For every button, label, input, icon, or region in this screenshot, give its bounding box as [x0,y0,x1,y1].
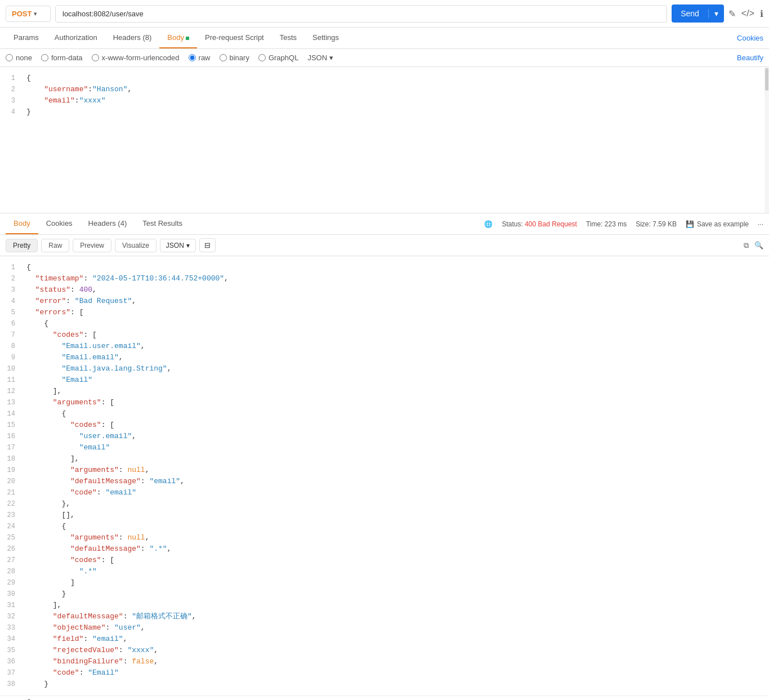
response-toolbar: Pretty Raw Preview Visualize JSON ▾ ⊟ ⧉ … [0,235,769,256]
resp-line-15: "codes": [ [26,420,769,431]
beautify-button[interactable]: Beautify [737,53,763,62]
resp-line-32: "defaultMessage": "邮箱格式不正确", [26,611,769,622]
resp-tab-cookies[interactable]: Cookies [38,213,81,234]
resp-line-4: "error": "Bad Request", [26,296,769,307]
tab-body[interactable]: Body [159,28,197,48]
resp-line-18: ], [26,453,769,465]
tab-headers[interactable]: Headers (8) [105,28,160,48]
resp-line-9: "Email.email", [26,352,769,363]
request-tabs: Params Authorization Headers (8) Body Pr… [0,28,769,49]
cookies-link[interactable]: Cookies [737,34,763,42]
method-select[interactable]: POST ▾ [6,6,51,22]
status-label: Status: 400 Bad Request [502,220,576,228]
resp-line-29: ] [26,577,769,588]
response-tabs: Body Cookies Headers (4) Test Results [6,213,190,234]
resp-line-2: "timestamp": "2024-05-17T10:36:44.752+00… [26,273,769,284]
req-scrollbar-thumb [765,68,768,91]
resp-line-16: "user.email", [26,431,769,442]
size-value: 7.59 KB [652,220,677,228]
resp-right-icons: ⧉ 🔍 [744,241,763,250]
filter-icon[interactable]: ⊟ [199,238,216,252]
status-code: 400 Bad Request [525,220,577,228]
code-icon[interactable]: </> [741,8,754,19]
right-icons: ✎ </> ℹ [728,8,763,19]
resp-line-7: "codes": [ [26,329,769,341]
resp-line-23: [], [26,510,769,521]
resp-line-24: { [26,521,769,532]
send-label: Send [672,9,708,18]
json-arrow-icon: ▾ [329,53,333,62]
tab-tests[interactable]: Tests [272,28,305,48]
view-preview-button[interactable]: Preview [73,239,111,252]
request-line-numbers: 1 2 3 4 [0,67,20,213]
resp-line-more: ], [0,695,769,700]
resp-line-14: { [26,408,769,420]
resp-line-17: "email" [26,442,769,453]
size-info: Size: 7.59 KB [636,220,677,228]
search-icon[interactable]: 🔍 [754,241,763,249]
option-graphql[interactable]: GraphQL [258,53,298,62]
resp-json-arrow-icon: ▾ [186,242,190,249]
response-line-numbers: 1 2 3 4 5 6 7 8 9 10 11 12 13 14 15 16 1… [0,256,20,695]
time-info: Time: 223 ms [586,220,627,228]
resp-line-5: "errors": [ [26,307,769,318]
tab-settings[interactable]: Settings [305,28,347,48]
info-icon[interactable]: ℹ [760,8,763,19]
resp-line-21: "code": "email" [26,487,769,498]
resp-line-11: "Email" [26,374,769,386]
resp-line-25: "arguments": null, [26,532,769,543]
resp-line-31: ], [26,600,769,611]
req-line-3: "email":"xxxx" [26,95,769,106]
send-button[interactable]: Send ▾ [672,5,724,23]
resp-line-36: "bindingFailure": false, [26,656,769,667]
req-scrollbar[interactable] [764,67,769,213]
method-arrow-icon: ▾ [34,11,37,17]
option-formdata[interactable]: form-data [41,53,83,62]
copy-icon[interactable]: ⧉ [744,241,749,250]
view-raw-button[interactable]: Raw [41,239,69,252]
resp-line-1: { [26,262,769,273]
view-pretty-button[interactable]: Pretty [6,239,38,252]
resp-line-37: "code": "Email" [26,667,769,679]
resp-line-6: { [26,318,769,329]
save-icon: 💾 [686,220,694,228]
globe-icon: 🌐 [484,220,493,228]
save-example-button[interactable]: 💾 Save as example [686,220,749,228]
resp-line-27: "codes": [ [26,555,769,566]
resp-line-30: } [26,588,769,600]
resp-line-22: }, [26,498,769,510]
top-bar: POST ▾ Send ▾ ✎ </> ℹ [0,0,769,28]
time-value: 223 ms [605,220,627,228]
option-urlencoded[interactable]: x-www-form-urlencoded [92,53,180,62]
resp-line-20: "defaultMessage": "email", [26,476,769,487]
method-label: POST [12,10,32,18]
resp-line-35: "rejectedValue": "xxxx", [26,645,769,656]
send-arrow-icon[interactable]: ▾ [708,9,724,18]
resp-line-26: "defaultMessage": ".*", [26,543,769,555]
tab-auth[interactable]: Authorization [47,28,105,48]
tab-params[interactable]: Params [6,28,47,48]
response-editor: 1 2 3 4 5 6 7 8 9 10 11 12 13 14 15 16 1… [0,256,769,695]
resp-line-34: "field": "email", [26,634,769,645]
resp-tab-testresults[interactable]: Test Results [135,213,190,234]
option-none[interactable]: none [6,53,32,62]
option-raw[interactable]: raw [189,53,211,62]
view-visualize-button[interactable]: Visualize [115,239,157,252]
more-options-button[interactable]: ··· [758,220,763,228]
response-status-bar: 🌐 Status: 400 Bad Request Time: 223 ms S… [484,220,763,228]
resp-line-38: } [26,679,769,690]
request-body-editor[interactable]: { "username":"Hanson", "email":"xxxx" } [20,67,769,213]
resp-line-33: "objectName": "user", [26,622,769,634]
url-input[interactable] [55,5,667,23]
req-line-2: "username":"Hanson", [26,84,769,95]
tab-prerequest[interactable]: Pre-request Script [197,28,272,48]
option-binary[interactable]: binary [220,53,249,62]
resp-tab-headers[interactable]: Headers (4) [81,213,135,234]
edit-icon[interactable]: ✎ [728,8,736,19]
response-body-content[interactable]: { "timestamp": "2024-05-17T10:36:44.752+… [20,256,769,695]
resp-line-10: "Email.java.lang.String", [26,363,769,374]
json-select[interactable]: JSON ▾ [307,53,333,62]
resp-line-12: ], [26,386,769,397]
resp-json-dropdown[interactable]: JSON ▾ [160,239,196,252]
resp-tab-body[interactable]: Body [6,213,38,234]
